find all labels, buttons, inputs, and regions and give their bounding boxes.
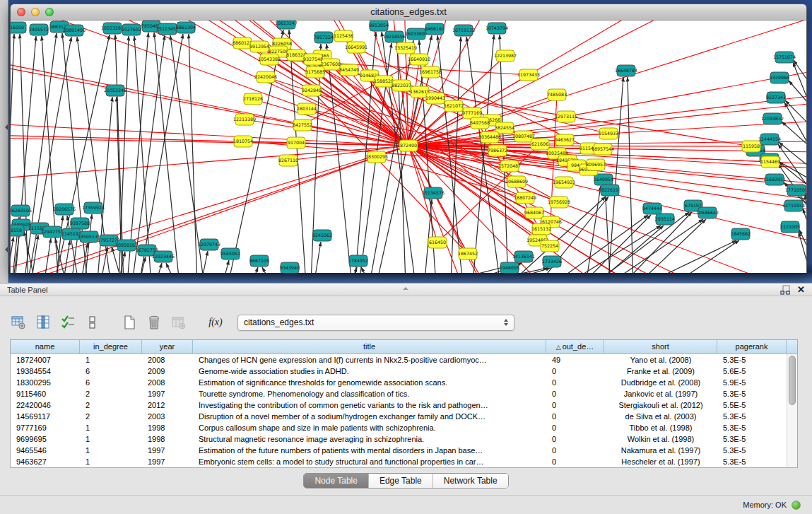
graph-node-teal[interactable]: 7857224 [314,32,334,43]
graph-node-yellow[interactable]: 9912954 [249,41,269,52]
graph-node-yellow[interactable]: 19654923 [553,177,575,188]
table-settings-icon[interactable] [10,314,27,331]
graph-node-yellow[interactable]: 22420046 [254,71,277,83]
table-row[interactable]: 946554611997Estimation of the future num… [11,445,797,456]
graph-node-yellow[interactable]: 8427552 [293,119,312,131]
column-header-in_degree[interactable]: in_degree [80,340,142,354]
graph-node-teal[interactable]: 10719135 [452,25,475,36]
graph-node-teal[interactable]: 1733426 [542,256,562,267]
minimize-window-button[interactable] [31,8,40,16]
delete-column-icon[interactable] [170,314,187,331]
graph-node-teal[interactable]: 12942757 [41,226,64,238]
graph-node-teal[interactable]: 10553287 [101,23,124,34]
graph-node-teal[interactable]: 12093832 [761,113,784,124]
graph-node-yellow[interactable]: 12213987 [494,50,517,62]
graph-node-teal[interactable]: 12710554 [782,200,805,211]
table-row[interactable]: 969969511998Structural magnetic resonanc… [11,433,797,445]
graph-node-yellow[interactable]: 9242848 [302,85,322,96]
table-selector-dropdown[interactable]: citations_edges.txt [237,315,514,331]
scrollbar-thumb[interactable] [789,356,796,405]
graph-node-teal[interactable]: 16059 [11,22,26,33]
column-header-name[interactable]: name [11,340,80,354]
graph-node-yellow[interactable]: 1125436 [334,30,353,42]
graph-node-teal[interactable]: 9343940 [280,262,300,273]
graph-node-yellow[interactable]: 1867452 [458,248,478,259]
graph-node-teal[interactable]: 2935114 [655,214,675,225]
graph-node-yellow[interactable]: 18807249 [514,192,536,204]
graph-node-yellow[interactable]: 917004 [287,137,305,148]
graph-node-yellow[interactable]: 3175685 [305,66,325,78]
tab-network-table[interactable]: Network Table [433,474,508,488]
tab-node-table[interactable]: Node Table [304,474,368,488]
graph-node-yellow[interactable]: 9684067 [524,207,544,218]
graph-node-yellow[interactable]: 6497568 [470,117,490,129]
close-panel-icon[interactable]: ✕ [797,285,805,294]
graph-node-teal[interactable]: 15751074 [773,52,796,63]
graph-node-teal[interactable]: 10653247 [275,21,298,29]
table-row[interactable]: 2242004622012Investigating the contribut… [11,399,797,411]
delete-table-icon[interactable] [146,314,163,331]
graph-node-yellow[interactable]: 8267110 [278,155,298,166]
graph-node-yellow[interactable]: 16961758 [419,66,442,78]
graph-node-yellow[interactable]: 9154933 [599,128,618,139]
graph-node-yellow[interactable]: 16645991 [345,42,367,53]
graph-node-teal[interactable]: 1784952 [348,255,368,267]
graph-node-teal[interactable]: 8813054 [369,21,389,31]
table-row[interactable]: 1830029562008Estimation of significance … [11,377,797,388]
graph-node-teal[interactable]: 15692951 [763,174,786,185]
splitter-arrow-icon[interactable] [2,247,8,252]
graph-node-teal[interactable]: 1121005 [780,221,800,233]
graph-node-yellow[interactable]: 12973115 [555,111,577,122]
graph-node-teal[interactable]: 8861304 [176,22,196,33]
column-header-title[interactable]: title [193,340,546,354]
graph-node-teal[interactable]: 21053346 [104,85,126,96]
graph-node-yellow[interactable]: 1615132 [531,223,551,235]
graph-node-teal[interactable]: 9245062 [312,230,332,241]
graph-node-teal[interactable]: 12923446 [152,251,175,262]
graph-node-yellow[interactable]: 10688609 [505,176,528,187]
graph-node-yellow[interactable]: 15720487 [498,160,521,172]
graph-node-teal[interactable]: 16648784 [615,65,637,76]
graph-node-yellow[interactable]: 752254 [541,240,559,252]
graph-node-teal[interactable]: 9474444 [642,203,662,214]
graph-node-teal[interactable]: 9227343 [766,92,786,103]
graph-node-yellow[interactable]: 11973433 [517,69,540,81]
graph-node-yellow[interactable]: 10543382 [258,54,281,65]
select-rows-icon[interactable] [59,314,76,331]
graph-node-teal[interactable]: 12979743 [198,239,220,250]
graph-node-teal[interactable]: 19218596 [383,31,406,42]
table-row[interactable]: 946362711997Embryonic stem cells: a mode… [11,456,797,467]
graph-node-yellow[interactable]: 8454749 [339,64,359,76]
column-header-short[interactable]: short [604,340,717,354]
graph-node-yellow[interactable]: 2803144 [297,103,317,115]
graph-node-yellow[interactable]: 9463627 [555,134,575,146]
graph-node-yellow[interactable]: 621606 [531,139,549,150]
graph-node-teal[interactable]: 9545051 [220,248,240,259]
graph-node-teal[interactable]: 9329966 [770,72,789,83]
graph-node-yellow[interactable]: 7986372 [488,145,507,156]
graph-node-yellow[interactable]: 2718126 [243,93,263,105]
table-scrollbar[interactable] [787,354,797,467]
graph-node-teal[interactable]: 1640954 [594,174,613,185]
window-titlebar[interactable]: citations_edges.txt [11,4,806,21]
create-table-icon[interactable] [121,314,138,331]
graph-node-teal[interactable]: 822619 [601,185,619,196]
graph-node-teal[interactable]: 12444154 [758,134,781,145]
graph-node-yellow[interactable]: 1810754 [233,136,253,147]
graph-node-teal[interactable]: 2405572 [29,24,49,35]
graph-node-teal[interactable]: 26260505 [11,205,32,216]
network-canvas[interactable]: 1605924055721663120208914061055328715276… [11,21,806,273]
graph-node-yellow[interactable]: 9327548 [303,54,323,65]
table-row[interactable]: 1938455462009Genome-wide association stu… [11,366,797,377]
graph-node-teal[interactable]: 8466160 [425,23,445,35]
graph-node-yellow[interactable]: 20364486 [478,132,501,143]
graph-node-teal[interactable]: 9397588 [70,218,90,229]
graph-node-teal[interactable]: 15134576 [422,187,445,199]
network-canvas-svg[interactable]: 1605924055721663120208914061055328715276… [11,21,806,273]
splitter-arrow-icon[interactable] [2,124,8,130]
graph-node-teal[interactable]: 20206576 [53,204,76,215]
graph-node-yellow[interactable]: 18957544 [592,144,614,155]
graph-node-teal[interactable]: 14136141 [512,251,535,262]
graph-node-yellow[interactable]: 18300295 [365,151,388,163]
graph-node-teal[interactable]: 20891406 [63,25,86,36]
